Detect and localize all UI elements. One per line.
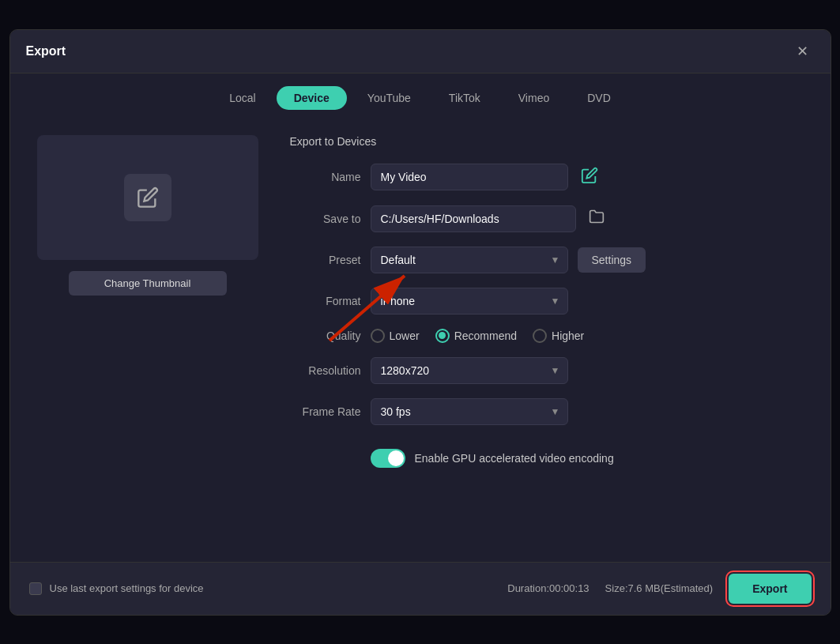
quality-lower-radio[interactable] xyxy=(371,329,385,343)
section-title: Export to Devices xyxy=(290,135,804,148)
save-to-label: Save to xyxy=(290,213,361,225)
right-panel: Export to Devices Name Save to xyxy=(282,135,812,546)
quality-recommend-radio[interactable] xyxy=(435,329,450,343)
quality-row: Quality Lower Recommend xyxy=(290,329,804,343)
tab-bar: Local Device YouTube TikTok Vimeo DVD xyxy=(10,73,831,119)
frame-rate-select-wrapper: 24 fps 30 fps 60 fps ▼ xyxy=(371,398,568,425)
main-content: Change Thumbnail Export to Devices Name xyxy=(10,119,831,562)
resolution-label: Resolution xyxy=(290,364,361,377)
quality-higher-label: Higher xyxy=(552,330,584,342)
name-input[interactable] xyxy=(371,164,568,190)
tab-youtube[interactable]: YouTube xyxy=(350,86,428,110)
gpu-row: Enable GPU accelerated video encoding xyxy=(371,449,804,468)
radio-selected-indicator xyxy=(439,332,446,339)
left-panel: Change Thumbnail xyxy=(29,135,266,546)
last-settings-label: Use last export settings for device xyxy=(50,582,204,594)
footer-left: Use last export settings for device xyxy=(29,582,204,595)
toggle-knob xyxy=(388,450,404,466)
preset-row: Preset Default Custom ▼ Settings xyxy=(290,247,804,273)
footer-right: Duration:00:00:13 Size:7.6 MB(Estimated)… xyxy=(507,574,811,604)
gpu-label: Enable GPU accelerated video encoding xyxy=(415,452,614,465)
gpu-toggle[interactable] xyxy=(371,449,405,468)
resolution-row: Resolution 1280x720 1920x1080 3840x2160 … xyxy=(290,357,804,384)
format-select-wrapper: iPhone iPad Android Apple TV ▼ xyxy=(371,288,568,314)
tab-dvd[interactable]: DVD xyxy=(570,86,628,110)
change-thumbnail-button[interactable]: Change Thumbnail xyxy=(69,271,227,296)
frame-rate-label: Frame Rate xyxy=(290,405,361,418)
save-to-input[interactable] xyxy=(371,205,576,232)
tab-tiktok[interactable]: TikTok xyxy=(431,86,498,110)
format-row: Format iPhone iPad Android Apple TV ▼ xyxy=(290,288,804,314)
ai-button[interactable] xyxy=(578,164,601,191)
save-to-row: Save to xyxy=(290,205,804,232)
export-button[interactable]: Export xyxy=(729,574,811,604)
frame-rate-select[interactable]: 24 fps 30 fps 60 fps xyxy=(371,398,568,425)
format-label: Format xyxy=(290,295,361,307)
name-label: Name xyxy=(290,171,361,183)
dialog-header: Export ✕ xyxy=(10,30,831,73)
preset-select-wrapper: Default Custom ▼ xyxy=(371,247,568,273)
name-row: Name xyxy=(290,164,804,191)
size-info: Size:7.6 MB(Estimated) xyxy=(605,582,714,594)
quality-higher-radio[interactable] xyxy=(533,329,547,343)
tab-local[interactable]: Local xyxy=(212,86,273,110)
preset-select[interactable]: Default Custom xyxy=(371,247,568,273)
quality-lower-label: Lower xyxy=(390,330,420,342)
tab-vimeo[interactable]: Vimeo xyxy=(501,86,567,110)
duration-info: Duration:00:00:13 xyxy=(507,582,589,594)
frame-rate-row: Frame Rate 24 fps 30 fps 60 fps ▼ xyxy=(290,398,804,425)
quality-lower-option[interactable]: Lower xyxy=(371,329,420,343)
close-button[interactable]: ✕ xyxy=(790,40,815,63)
quality-label: Quality xyxy=(290,330,361,342)
folder-button[interactable] xyxy=(586,205,608,232)
last-settings-checkbox[interactable] xyxy=(29,582,42,595)
dialog-title: Export xyxy=(26,44,66,58)
format-select[interactable]: iPhone iPad Android Apple TV xyxy=(371,288,568,314)
preset-label: Preset xyxy=(290,254,361,266)
export-dialog: Export ✕ Local Device YouTube TikTok Vim… xyxy=(9,29,831,616)
thumbnail-preview xyxy=(37,135,258,260)
resolution-select[interactable]: 1280x720 1920x1080 3840x2160 xyxy=(371,357,568,384)
thumbnail-icon xyxy=(124,174,171,221)
resolution-select-wrapper: 1280x720 1920x1080 3840x2160 ▼ xyxy=(371,357,568,384)
quality-recommend-label: Recommend xyxy=(454,330,517,342)
dialog-footer: Use last export settings for device Dura… xyxy=(10,562,831,615)
quality-options: Lower Recommend Higher xyxy=(371,329,585,343)
quality-higher-option[interactable]: Higher xyxy=(533,329,584,343)
quality-recommend-option[interactable]: Recommend xyxy=(435,329,517,343)
tab-device[interactable]: Device xyxy=(277,86,347,110)
settings-button[interactable]: Settings xyxy=(578,247,646,273)
